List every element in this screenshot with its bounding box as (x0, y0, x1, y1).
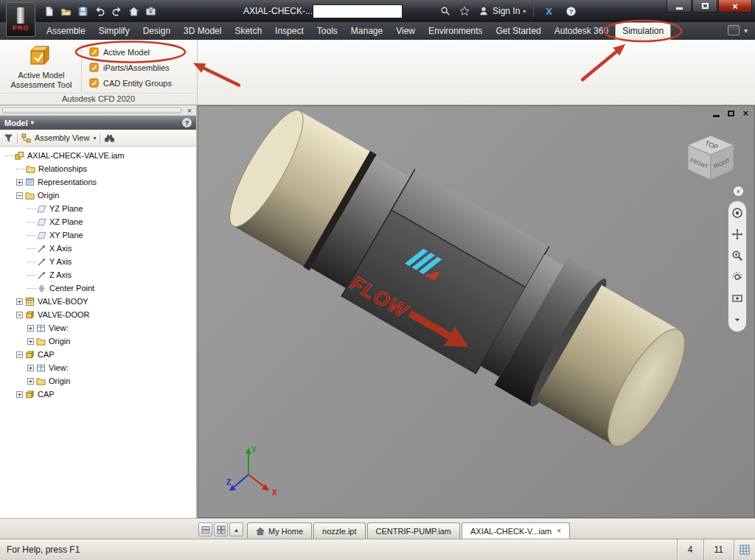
help-icon[interactable]: ? (563, 4, 578, 18)
ribbon-tab-autodesk-360[interactable]: Autodesk 360 (548, 23, 615, 40)
cfd-item-active-model[interactable]: Active Model (86, 44, 175, 60)
active-model-assessment-tool-button[interactable]: Active Model Assessment Tool (3, 42, 80, 93)
capture-button[interactable] (143, 4, 158, 18)
star-icon[interactable] (457, 4, 472, 18)
chevron-down-icon[interactable]: ▾ (93, 135, 96, 141)
tree-item-origin[interactable]: −Origin (1, 189, 196, 202)
help-icon[interactable]: ? (182, 118, 192, 127)
save-button[interactable] (75, 4, 90, 18)
open-button[interactable] (58, 4, 73, 18)
maximize-icon (702, 3, 709, 9)
home-button[interactable] (126, 4, 141, 18)
expand-icon[interactable]: + (27, 325, 34, 332)
redo-button[interactable] (109, 4, 124, 18)
exchange-icon[interactable]: X (541, 4, 556, 18)
ribbon-tab-assemble[interactable]: Assemble (40, 23, 92, 40)
status-grid-icon[interactable] (734, 539, 755, 560)
ribbon-tab-3d-model[interactable]: 3D Model (177, 23, 228, 40)
tree-item-origin[interactable]: +Origin (1, 335, 196, 348)
undo-button[interactable] (92, 4, 107, 18)
viewport-3d[interactable]: FLOW × TOP FRON (198, 105, 755, 518)
tree-item-representations[interactable]: +Representations (1, 175, 196, 189)
close-button[interactable]: × (718, 0, 752, 13)
browser-scrollbar[interactable] (2, 108, 181, 113)
look-at-icon[interactable] (731, 292, 744, 305)
minimize-icon[interactable] (713, 115, 720, 117)
document-tab-my-home[interactable]: My Home (247, 522, 312, 539)
tree-item-z-axis[interactable]: Z Axis (1, 268, 196, 281)
tree-item-origin[interactable]: +Origin (1, 374, 196, 388)
tree-item-valve-door[interactable]: −VALVE-DOOR (1, 308, 196, 321)
ribbon-tab-simplify[interactable]: Simplify (92, 23, 136, 40)
document-tab-axial-check-v-iam[interactable]: AXIAL-CHECK-V...iam× (462, 522, 570, 539)
collapse-icon[interactable]: − (16, 312, 23, 318)
maximize-button[interactable] (692, 0, 717, 13)
tile-windows-icon[interactable] (198, 522, 212, 536)
search-binoculars-icon[interactable] (104, 133, 115, 143)
sign-in-button[interactable]: Sign In ▾ (493, 6, 526, 16)
minimize-button[interactable] (667, 0, 692, 13)
tree-item-center-point[interactable]: Center Point (1, 281, 196, 295)
tree-item-xz-plane[interactable]: XZ Plane (1, 215, 196, 228)
ribbon-tab-tools[interactable]: Tools (310, 23, 344, 40)
expand-up-icon[interactable]: ▴ (229, 522, 243, 536)
panel-title[interactable]: Autodesk CFD 2020 (0, 93, 197, 105)
ribbon-options[interactable]: ▾ (728, 25, 748, 35)
ribbon-tab-manage[interactable]: Manage (344, 23, 389, 40)
pan-icon[interactable] (731, 228, 744, 241)
maximize-icon[interactable] (728, 111, 734, 116)
expand-icon[interactable]: + (27, 378, 34, 385)
collapse-icon[interactable]: − (16, 192, 23, 199)
cfd-item-iparts-iassemblies[interactable]: iParts/iAssemblies (86, 60, 175, 75)
close-icon[interactable]: × (742, 108, 748, 118)
inventor-logo-icon (17, 7, 24, 24)
ribbon-tab-view[interactable]: View (389, 23, 422, 40)
ribbon-tab-environments[interactable]: Environments (422, 23, 489, 40)
tree-item-y-axis[interactable]: Y Axis (1, 255, 196, 268)
expand-icon[interactable]: + (27, 365, 34, 371)
divider (81, 43, 82, 91)
ribbon-tab-get-started[interactable]: Get Started (489, 23, 547, 40)
search-input[interactable] (313, 4, 403, 18)
ribbon-tab-design[interactable]: Design (136, 23, 177, 40)
close-tab-icon[interactable]: × (557, 527, 561, 535)
new-file-button[interactable] (41, 4, 56, 18)
arrange-windows-icon[interactable] (214, 522, 228, 536)
ribbon-tab-inspect[interactable]: Inspect (268, 23, 310, 40)
tree-item-cap[interactable]: −CAP (1, 348, 196, 361)
viewcube[interactable]: TOP FRONT RIGHT (682, 131, 740, 189)
expand-icon[interactable]: + (16, 391, 23, 398)
browser-toolbar: Assembly View ▾ (0, 130, 196, 147)
collapse-icon[interactable]: − (16, 351, 23, 358)
expand-icon[interactable]: + (16, 298, 23, 305)
user-icon[interactable] (476, 4, 491, 18)
cfd-item-cad-entity-groups[interactable]: CAD Entity Groups (86, 75, 175, 91)
browser-close-icon[interactable]: × (185, 107, 194, 114)
expand-icon[interactable]: + (16, 179, 23, 186)
expand-icon[interactable]: + (27, 338, 34, 345)
ribbon-tab-sketch[interactable]: Sketch (228, 23, 268, 40)
tree-item-xy-plane[interactable]: XY Plane (1, 228, 196, 242)
navbar-close-icon[interactable]: × (733, 186, 744, 197)
zoom-icon[interactable] (731, 249, 744, 262)
tree-item-view[interactable]: +View: (1, 321, 196, 335)
orbit-icon[interactable] (731, 270, 744, 284)
tree-item-axial-check-valve-iam[interactable]: AXIAL-CHECK-VALVE.iam (1, 149, 196, 162)
tree-item-view[interactable]: +View: (1, 361, 196, 374)
navigation-wheel-icon[interactable] (731, 206, 744, 220)
ribbon-tab-simulation[interactable]: Simulation (615, 22, 671, 40)
view-selector-label[interactable]: Assembly View (35, 133, 89, 142)
tree-item-relationships[interactable]: Relationships (1, 162, 196, 175)
filter-icon[interactable] (4, 133, 13, 143)
close-icon: × (732, 1, 738, 11)
tree-item-x-axis[interactable]: X Axis (1, 242, 196, 255)
browser-header[interactable]: Model ▾ ? (0, 116, 196, 130)
document-tab-nozzle-ipt[interactable]: nozzle.ipt (313, 522, 365, 539)
search-icon[interactable] (438, 4, 453, 18)
document-tab-centrif-pump-iam[interactable]: CENTRIF-PUMP.iam (367, 522, 460, 539)
tree-item-cap[interactable]: +CAP (1, 388, 196, 401)
caret-down-icon[interactable] (731, 313, 744, 326)
tree-item-yz-plane[interactable]: YZ Plane (1, 202, 196, 215)
application-menu-button[interactable]: PRO (6, 2, 35, 37)
tree-item-valve-body[interactable]: +VALVE-BODY (1, 295, 196, 308)
